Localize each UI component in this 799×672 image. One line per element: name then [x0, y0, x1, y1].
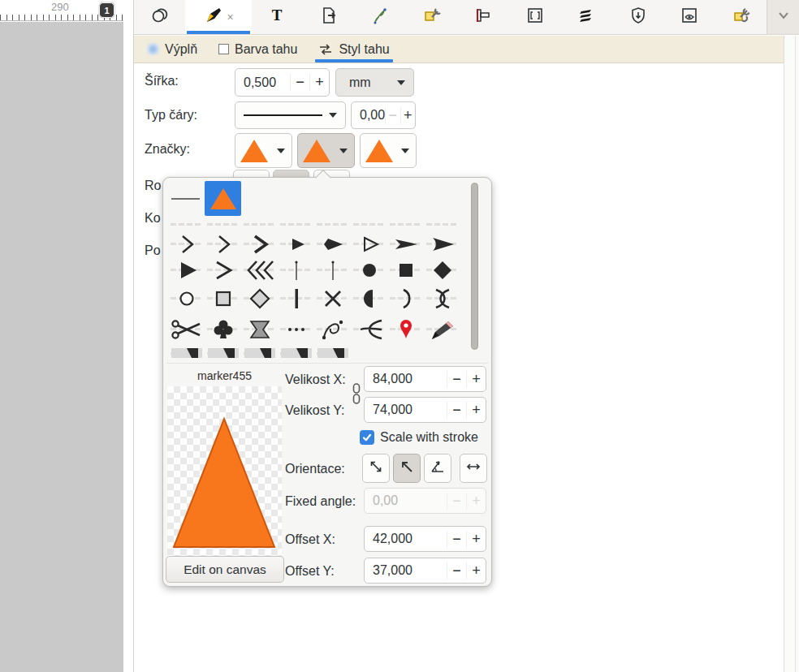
clip-shape[interactable]	[278, 345, 314, 363]
marker-none[interactable]	[168, 181, 205, 216]
offset-y-decrement-button[interactable]: −	[447, 562, 466, 579]
width-decrement-button[interactable]: −	[290, 74, 309, 91]
end-marker-select[interactable]	[360, 133, 417, 168]
orient-flip-horizontal-button[interactable]	[460, 454, 487, 483]
offset-x-decrement-button[interactable]: −	[447, 531, 466, 548]
size-x-increment-button[interactable]: +	[466, 371, 486, 388]
curvy-x[interactable]	[424, 284, 460, 313]
triangle-small[interactable]	[278, 233, 314, 256]
diamond-filled[interactable]	[424, 256, 460, 284]
dock-tab-fill-stroke[interactable]: ×	[185, 0, 251, 34]
mid-marker-select[interactable]	[297, 133, 355, 168]
pencil[interactable]	[424, 314, 460, 345]
chevron-bold[interactable]	[241, 233, 278, 256]
arrow-sharp[interactable]	[387, 233, 424, 256]
marker-faint[interactable]	[205, 216, 241, 233]
tab-výplň[interactable]: Výplň	[147, 36, 197, 62]
marker-faint[interactable]	[168, 216, 205, 233]
scale-with-stroke-checkbox[interactable]: Scale with stroke	[360, 430, 478, 445]
clip-shape[interactable]	[205, 345, 241, 363]
half-disc[interactable]	[351, 284, 387, 313]
close-icon[interactable]: ×	[227, 11, 234, 24]
marker-faint[interactable]	[314, 216, 351, 233]
marker-faint[interactable]	[387, 216, 424, 233]
pin-tick[interactable]	[278, 256, 314, 284]
clip-shape[interactable]	[314, 345, 351, 363]
offset-x-input[interactable]: 42,000 − +	[364, 526, 486, 552]
dot-filled[interactable]	[351, 256, 387, 284]
dock-tab-settings[interactable]	[715, 0, 767, 34]
size-y-value[interactable]: 74,000	[365, 403, 447, 417]
dash-offset-input[interactable]: 0,00 − +	[351, 101, 416, 129]
link-xy-icon[interactable]	[351, 381, 362, 407]
dash-offset-increment-button[interactable]: +	[400, 107, 415, 124]
size-x-value[interactable]: 84,000	[365, 372, 447, 386]
unit-select[interactable]: mm	[335, 68, 414, 97]
size-y-decrement-button[interactable]: −	[447, 402, 466, 419]
clip-shape[interactable]	[241, 345, 278, 363]
dots[interactable]	[278, 314, 314, 345]
chevron-thin[interactable]	[168, 233, 205, 256]
dock-tab-shield[interactable]	[612, 0, 663, 34]
map-pin[interactable]	[387, 314, 424, 345]
dock-tab-layers[interactable]	[560, 0, 611, 34]
club[interactable]	[205, 314, 241, 345]
dock-tab-document-properties[interactable]	[509, 0, 560, 34]
orient-along-path-button[interactable]	[393, 454, 421, 483]
dock-overflow-button[interactable]	[767, 0, 799, 34]
pin-tick[interactable]	[314, 256, 351, 284]
bar[interactable]	[278, 284, 314, 313]
fork-curve[interactable]	[351, 314, 387, 345]
chevron-thin[interactable]	[205, 233, 241, 256]
dash-pattern-select[interactable]	[235, 101, 346, 129]
offset-y-value[interactable]: 37,000	[365, 563, 447, 578]
arrow-barb[interactable]	[424, 233, 460, 256]
cross-x[interactable]	[314, 284, 351, 313]
triangle-open[interactable]	[351, 233, 387, 256]
diamond-open[interactable]	[241, 284, 278, 313]
marker-grid-scrollbar[interactable]	[471, 183, 478, 350]
size-x-decrement-button[interactable]: −	[447, 371, 466, 388]
offset-y-increment-button[interactable]: +	[466, 562, 486, 579]
start-marker-select[interactable]	[235, 133, 292, 168]
marker-faint[interactable]	[424, 216, 460, 233]
chevron-open[interactable]	[205, 256, 241, 284]
canvas-background[interactable]	[0, 22, 123, 672]
size-x-input[interactable]: 84,000 − +	[364, 366, 486, 392]
panel-scrollbar[interactable]	[784, 36, 799, 672]
dock-tab-preview[interactable]	[663, 0, 715, 34]
dock-tab-extensions[interactable]	[406, 0, 457, 34]
offset-x-value[interactable]: 42,000	[365, 532, 447, 546]
swirl[interactable]	[314, 314, 351, 345]
triangle-filled[interactable]	[168, 256, 205, 284]
dash-offset-decrement-button[interactable]: −	[385, 107, 400, 124]
hourglass[interactable]	[241, 314, 278, 345]
width-increment-button[interactable]: +	[309, 74, 329, 91]
dock-tab-export[interactable]	[303, 0, 354, 34]
clip-shape[interactable]	[168, 345, 205, 363]
tab-barva-tahu[interactable]: Barva tahu	[218, 36, 297, 62]
scrollbar-thumb[interactable]	[471, 183, 478, 350]
offset-y-input[interactable]: 37,000 − +	[364, 558, 486, 584]
marker-faint[interactable]	[241, 216, 278, 233]
dock-tab-symbols[interactable]	[134, 0, 185, 34]
offset-x-increment-button[interactable]: +	[466, 531, 486, 548]
checkbox-checked-icon[interactable]	[360, 430, 374, 445]
size-y-increment-button[interactable]: +	[466, 402, 486, 419]
arrow-concave[interactable]	[314, 233, 351, 256]
square-open[interactable]	[205, 284, 241, 313]
marker-selected-triangle[interactable]	[205, 181, 241, 216]
triple-chevron[interactable]	[241, 256, 278, 284]
dock-tab-spray[interactable]	[355, 0, 406, 34]
stroke-width-value[interactable]: 0,500	[235, 75, 290, 90]
marker-faint[interactable]	[351, 216, 387, 233]
tab-styl-tahu[interactable]: Styl tahu	[318, 36, 389, 62]
edit-on-canvas-button[interactable]: Edit on canvas	[166, 556, 284, 583]
size-y-input[interactable]: 74,000 − +	[364, 397, 486, 423]
square-filled[interactable]	[387, 256, 424, 284]
circle-open[interactable]	[168, 284, 205, 313]
arc-paren[interactable]	[387, 284, 424, 313]
dash-offset-value[interactable]: 0,00	[352, 108, 385, 123]
dock-tab-align[interactable]	[458, 0, 509, 34]
orient-reverse-start-button[interactable]	[362, 454, 390, 483]
